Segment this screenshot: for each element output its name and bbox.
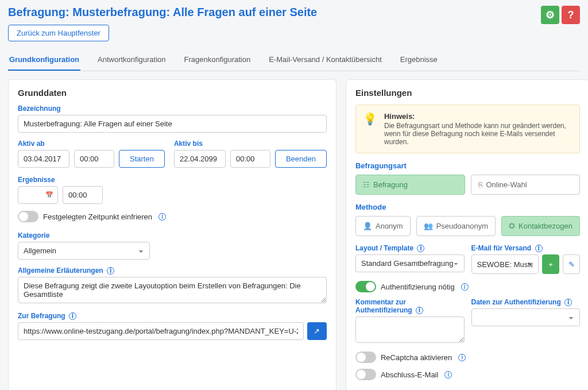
tab-ergebnisse[interactable]: Ergebnisse	[399, 49, 439, 71]
help-button[interactable]: ?	[562, 6, 580, 24]
settings-button[interactable]: ⚙	[541, 6, 559, 24]
survey-icon: ☷	[363, 180, 370, 189]
grunddaten-heading: Grunddaten	[18, 88, 327, 98]
info-icon[interactable]: i	[458, 354, 466, 361]
notice-body: Die Befragungsart und Methode kann nur g…	[384, 122, 572, 146]
ergebnisse-label: Ergebnisse	[18, 176, 327, 184]
contact-icon: ✪	[509, 222, 515, 230]
aktiv-bis-time[interactable]	[230, 150, 270, 168]
pencil-icon: ✎	[568, 260, 575, 269]
auth-toggle[interactable]	[355, 281, 376, 292]
info-icon[interactable]: i	[416, 307, 423, 314]
tab-fragenkonfiguration[interactable]: Fragenkonfiguration	[183, 49, 252, 71]
einstellungen-panel: Einstellungen 💡 Hinweis: Die Befragungsa…	[346, 79, 588, 390]
bezeichnung-input[interactable]	[18, 115, 327, 133]
tab-antwortkonfiguration[interactable]: Antwortkonfiguration	[96, 49, 167, 71]
kategorie-label: Kategorie	[18, 231, 327, 240]
vote-icon: ⎘	[478, 180, 483, 189]
daten-auth-select[interactable]	[471, 308, 581, 326]
abschluss-toggle[interactable]	[355, 369, 376, 380]
tab-email-versand[interactable]: E-Mail-Versand / Kontaktübersicht	[268, 49, 383, 71]
info-icon[interactable]: i	[444, 371, 452, 379]
open-url-button[interactable]: ↗	[307, 322, 327, 340]
info-icon[interactable]: i	[535, 245, 543, 252]
email-label: E-Mail für Versand i	[471, 244, 581, 252]
erl-textarea[interactable]	[18, 277, 327, 303]
notice-title: Hinweis:	[384, 112, 572, 121]
info-icon[interactable]: i	[564, 299, 572, 306]
seg-befragung[interactable]: ☷Befragung	[355, 175, 465, 195]
gear-icon: ⚙	[546, 9, 555, 21]
page-title: Befragung: Musterbefragung: Alle Fragen …	[8, 6, 317, 19]
people-icon: 👥	[424, 222, 433, 230]
freeze-toggle[interactable]	[18, 211, 38, 222]
edit-email-button[interactable]: ✎	[563, 254, 580, 274]
seg-pseudoanonym[interactable]: 👥Pseudoanonym	[416, 216, 496, 236]
seg-anonym[interactable]: 👤Anonym	[355, 216, 411, 236]
aktiv-ab-date[interactable]	[18, 150, 69, 168]
auth-label: Authentifizierung nötig	[381, 283, 455, 291]
person-icon: 👤	[363, 222, 372, 230]
recaptcha-label: ReCaptcha aktivieren	[381, 353, 452, 362]
freeze-label: Festgelegten Zeitpunkt einfrieren	[43, 213, 152, 221]
grunddaten-panel: Grunddaten Bezeichnung Aktiv ab Starten …	[8, 79, 336, 390]
bezeichnung-label: Bezeichnung	[18, 105, 327, 113]
email-select[interactable]: SEWOBE: Muster E-Mail Befrag...	[471, 254, 539, 274]
kommentar-textarea[interactable]	[355, 316, 465, 343]
lightbulb-icon: 💡	[363, 112, 377, 146]
layout-select[interactable]: Standard Gesamtbefragung	[355, 254, 465, 272]
tab-grundkonfiguration[interactable]: Grundkonfiguration	[8, 49, 80, 71]
abschluss-label: Abschluss-E-Mail	[381, 370, 438, 379]
tabs: Grundkonfiguration Antwortkonfiguration …	[8, 49, 580, 71]
daten-auth-label: Daten zur Authentifizierung i	[471, 298, 581, 306]
question-icon: ?	[568, 9, 574, 21]
back-button[interactable]: Zurück zum Hauptfenster	[8, 25, 109, 41]
aktiv-ab-label: Aktiv ab	[18, 140, 165, 148]
recaptcha-toggle[interactable]	[355, 352, 376, 363]
aktiv-bis-label: Aktiv bis	[174, 140, 327, 148]
einstellungen-heading: Einstellungen	[355, 88, 580, 98]
add-email-button[interactable]: +	[542, 254, 559, 274]
notice-box: 💡 Hinweis: Die Befragungsart und Methode…	[355, 105, 580, 153]
info-icon[interactable]: i	[107, 267, 114, 275]
aktiv-ab-time[interactable]	[74, 150, 114, 168]
erl-label: Allgemeine Erläuterungen i	[18, 267, 327, 275]
seg-kontaktbezogen[interactable]: ✪Kontaktbezogen	[501, 216, 580, 236]
ergebnisse-time[interactable]	[63, 186, 103, 204]
kategorie-select[interactable]: Allgemein	[18, 242, 150, 260]
info-icon[interactable]: i	[461, 283, 469, 291]
beenden-button[interactable]: Beenden	[275, 150, 327, 168]
methode-label: Methode	[355, 203, 580, 211]
aktiv-bis-date[interactable]	[174, 150, 226, 168]
befragungsart-label: Befragungsart	[355, 161, 580, 170]
starten-button[interactable]: Starten	[119, 150, 165, 168]
layout-label: Layout / Template i	[355, 244, 465, 252]
zur-label: Zur Befragung i	[18, 312, 327, 320]
info-icon[interactable]: i	[69, 312, 76, 320]
info-icon[interactable]: i	[417, 245, 424, 252]
plus-icon: +	[548, 260, 553, 269]
kommentar-label: Kommentar zur Authentifizierung i	[355, 298, 465, 314]
url-input[interactable]	[18, 322, 304, 340]
external-link-icon: ↗	[314, 327, 320, 335]
seg-online-wahl[interactable]: ⎘Online-Wahl	[471, 175, 581, 195]
ergebnisse-date[interactable]	[18, 186, 58, 204]
info-icon[interactable]: i	[158, 213, 166, 221]
